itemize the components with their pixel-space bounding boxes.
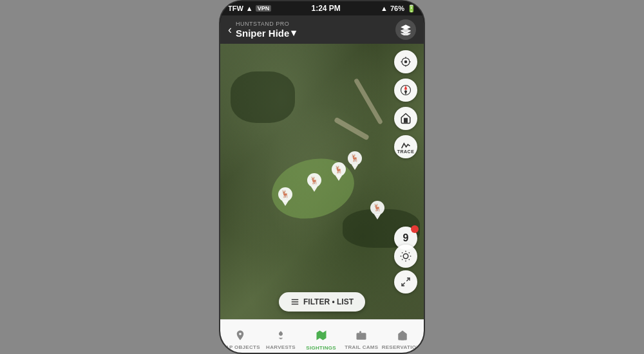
tab-trail-cams-label: TRAIL CAMS xyxy=(345,344,378,350)
tab-harvests[interactable]: HARVESTS xyxy=(261,320,301,354)
svg-line-7 xyxy=(409,259,410,260)
notification-count: 9 xyxy=(403,232,409,244)
tab-reservations[interactable]: RESERVATIONS xyxy=(382,320,424,354)
map-pin-2[interactable]: 🦌 xyxy=(306,173,323,192)
tab-harvests-label: HARVESTS xyxy=(266,344,296,350)
tab-sightings-icon xyxy=(315,329,328,344)
gps-icon: ▲ xyxy=(381,5,388,12)
tab-bar: MAP OBJECTS HARVESTS SIGHTINGS xyxy=(220,319,424,354)
notification-badge xyxy=(411,225,419,233)
phone-frame: TFW ▲ VPN 1:24 PM ▲ 76% 🔋 ‹ HUNTSTAND PR… xyxy=(219,0,425,354)
brightness-button[interactable] xyxy=(394,245,417,268)
battery-icon: 🔋 xyxy=(407,5,416,13)
header-text: HUNTSTAND PRO Sniper Hide ▾ xyxy=(236,21,296,39)
wifi-icon: ▲ xyxy=(246,5,253,12)
map-controls: TRACE xyxy=(394,50,417,158)
tab-sightings-label: SIGHTINGS xyxy=(306,345,336,351)
compass-button[interactable] xyxy=(394,79,417,102)
battery-text: 76% xyxy=(390,5,404,12)
tab-reservations-label: RESERVATIONS xyxy=(382,344,424,350)
tab-trail-cams-icon xyxy=(355,330,367,343)
map-pin-4[interactable]: 🦌 xyxy=(346,151,363,171)
svg-line-10 xyxy=(402,259,402,260)
header-title[interactable]: Sniper Hide ▾ xyxy=(236,27,296,39)
filter-list-label: FILTER • LIST xyxy=(303,297,354,306)
svg-line-6 xyxy=(402,252,402,253)
expand-button[interactable] xyxy=(394,270,417,293)
navigate-button[interactable] xyxy=(394,107,417,130)
layers-button[interactable] xyxy=(395,19,416,40)
header-title-text: Sniper Hide xyxy=(236,28,289,39)
svg-point-18 xyxy=(360,335,363,338)
svg-point-3 xyxy=(403,254,408,259)
trace-button[interactable]: TRACE xyxy=(394,135,417,158)
vpn-badge: VPN xyxy=(256,5,272,12)
status-left: TFW ▲ VPN xyxy=(228,5,271,12)
tab-map-objects[interactable]: MAP OBJECTS xyxy=(220,320,261,354)
tab-trail-cams[interactable]: TRAIL CAMS xyxy=(341,320,382,354)
status-time: 1:24 PM xyxy=(311,4,340,13)
back-chevron-icon: ‹ xyxy=(228,23,232,37)
status-bar: TFW ▲ VPN 1:24 PM ▲ 76% 🔋 xyxy=(220,1,424,15)
tab-map-objects-label: MAP OBJECTS xyxy=(221,344,260,350)
carrier-text: TFW xyxy=(228,5,243,12)
tab-map-objects-icon xyxy=(234,330,246,343)
tab-sightings[interactable]: SIGHTINGS xyxy=(301,320,341,354)
svg-line-12 xyxy=(406,278,410,281)
back-button[interactable]: ‹ xyxy=(228,23,232,37)
svg-line-11 xyxy=(409,252,410,253)
svg-point-0 xyxy=(404,61,408,64)
tab-reservations-icon xyxy=(397,330,408,343)
header: ‹ HUNTSTAND PRO Sniper Hide ▾ xyxy=(220,15,424,44)
header-breadcrumb: HUNTSTAND PRO xyxy=(236,21,296,27)
map-pin-3[interactable]: 🦌 xyxy=(330,162,347,182)
svg-line-13 xyxy=(402,283,405,286)
status-right: ▲ 76% 🔋 xyxy=(381,5,416,13)
location-button[interactable] xyxy=(394,50,417,73)
map-pin-5[interactable]: 🦌 xyxy=(369,201,386,220)
dropdown-arrow-icon: ▾ xyxy=(291,27,296,39)
forest-1 xyxy=(231,71,295,123)
map-pin-1[interactable]: 🦌 xyxy=(277,187,294,207)
filter-list-button[interactable]: FILTER • LIST xyxy=(279,292,365,312)
tab-harvests-icon xyxy=(275,330,287,343)
trace-label: TRACE xyxy=(397,149,415,154)
map-view[interactable]: 🦌 🦌 🦌 🦌 🦌 xyxy=(220,44,424,319)
